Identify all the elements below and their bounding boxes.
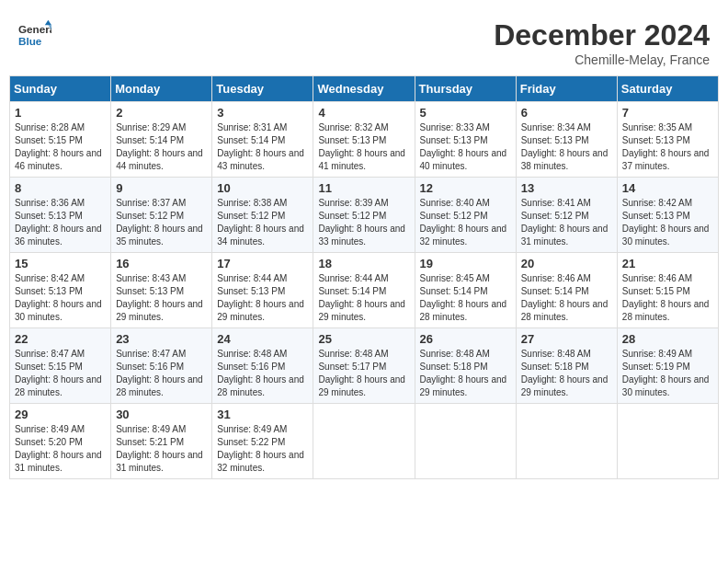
day-number: 13 [521,181,612,195]
day-number: 21 [622,257,713,270]
calendar-cell [617,404,718,479]
calendar-week-row: 8Sunrise: 8:36 AMSunset: 5:13 PMDaylight… [10,178,719,253]
calendar-cell: 9Sunrise: 8:37 AMSunset: 5:12 PMDaylight… [111,178,212,253]
calendar-cell: 16Sunrise: 8:43 AMSunset: 5:13 PMDayligh… [111,253,212,328]
day-number: 25 [318,332,409,346]
cell-info: Sunrise: 8:48 AMSunset: 5:16 PMDaylight:… [217,348,308,399]
calendar-cell: 24Sunrise: 8:48 AMSunset: 5:16 PMDayligh… [212,328,313,404]
calendar-week-row: 1Sunrise: 8:28 AMSunset: 5:15 PMDaylight… [10,102,719,178]
weekday-header-sunday: Sunday [10,76,111,102]
cell-info: Sunrise: 8:45 AMSunset: 5:14 PMDaylight:… [420,272,511,324]
day-number: 11 [318,181,409,195]
svg-text:Blue: Blue [18,35,42,47]
month-year-title: December 2024 [494,18,710,52]
day-number: 17 [217,257,308,270]
day-number: 15 [15,257,106,270]
page-header: General Blue December 2024 Chemille-Mela… [9,9,719,72]
day-number: 5 [420,106,511,120]
cell-info: Sunrise: 8:43 AMSunset: 5:13 PMDaylight:… [116,272,207,324]
day-number: 26 [420,332,511,346]
day-number: 16 [116,257,207,270]
calendar-cell: 21Sunrise: 8:46 AMSunset: 5:15 PMDayligh… [617,253,718,328]
cell-info: Sunrise: 8:47 AMSunset: 5:15 PMDaylight:… [15,348,106,399]
weekday-header-tuesday: Tuesday [212,76,313,102]
day-number: 29 [15,408,106,421]
calendar-cell: 17Sunrise: 8:44 AMSunset: 5:13 PMDayligh… [212,253,313,328]
day-number: 30 [116,408,207,421]
cell-info: Sunrise: 8:38 AMSunset: 5:12 PMDaylight:… [217,197,308,248]
title-block: December 2024 Chemille-Melay, France [494,18,710,67]
day-number: 12 [420,181,511,195]
cell-info: Sunrise: 8:48 AMSunset: 5:18 PMDaylight:… [420,348,511,399]
calendar-cell [415,404,516,479]
weekday-header-thursday: Thursday [415,76,516,102]
calendar-cell: 4Sunrise: 8:32 AMSunset: 5:13 PMDaylight… [313,102,415,178]
calendar-cell: 26Sunrise: 8:48 AMSunset: 5:18 PMDayligh… [415,328,516,404]
day-number: 27 [521,332,612,346]
cell-info: Sunrise: 8:46 AMSunset: 5:15 PMDaylight:… [622,272,713,324]
cell-info: Sunrise: 8:42 AMSunset: 5:13 PMDaylight:… [622,197,713,248]
calendar-cell: 31Sunrise: 8:49 AMSunset: 5:22 PMDayligh… [212,404,313,479]
logo-icon: General Blue [18,18,51,52]
calendar-cell: 25Sunrise: 8:48 AMSunset: 5:17 PMDayligh… [313,328,415,404]
calendar-cell: 27Sunrise: 8:48 AMSunset: 5:18 PMDayligh… [516,328,617,404]
day-number: 9 [116,181,207,195]
day-number: 20 [521,257,612,270]
calendar-cell: 22Sunrise: 8:47 AMSunset: 5:15 PMDayligh… [10,328,111,404]
calendar-cell: 19Sunrise: 8:45 AMSunset: 5:14 PMDayligh… [415,253,516,328]
calendar-cell: 28Sunrise: 8:49 AMSunset: 5:19 PMDayligh… [617,328,718,404]
day-number: 2 [116,106,207,120]
calendar-cell: 14Sunrise: 8:42 AMSunset: 5:13 PMDayligh… [617,178,718,253]
day-number: 3 [217,106,308,120]
calendar-body: 1Sunrise: 8:28 AMSunset: 5:15 PMDaylight… [10,102,719,479]
calendar-cell: 29Sunrise: 8:49 AMSunset: 5:20 PMDayligh… [10,404,111,479]
cell-info: Sunrise: 8:36 AMSunset: 5:13 PMDaylight:… [15,197,106,248]
day-number: 1 [15,106,106,120]
calendar-cell: 3Sunrise: 8:31 AMSunset: 5:14 PMDaylight… [212,102,313,178]
cell-info: Sunrise: 8:39 AMSunset: 5:12 PMDaylight:… [318,197,409,248]
calendar-cell: 6Sunrise: 8:34 AMSunset: 5:13 PMDaylight… [516,102,617,178]
day-number: 24 [217,332,308,346]
calendar-cell: 12Sunrise: 8:40 AMSunset: 5:12 PMDayligh… [415,178,516,253]
day-number: 28 [622,332,713,346]
cell-info: Sunrise: 8:31 AMSunset: 5:14 PMDaylight:… [217,121,308,173]
cell-info: Sunrise: 8:48 AMSunset: 5:18 PMDaylight:… [521,348,612,399]
cell-info: Sunrise: 8:49 AMSunset: 5:20 PMDaylight:… [15,423,106,475]
cell-info: Sunrise: 8:42 AMSunset: 5:13 PMDaylight:… [15,272,106,324]
cell-info: Sunrise: 8:44 AMSunset: 5:13 PMDaylight:… [217,272,308,324]
location-subtitle: Chemille-Melay, France [494,52,710,67]
cell-info: Sunrise: 8:49 AMSunset: 5:21 PMDaylight:… [116,423,207,475]
weekday-header-monday: Monday [111,76,212,102]
calendar-cell: 11Sunrise: 8:39 AMSunset: 5:12 PMDayligh… [313,178,415,253]
cell-info: Sunrise: 8:47 AMSunset: 5:16 PMDaylight:… [116,348,207,399]
calendar-cell [516,404,617,479]
day-number: 31 [217,408,308,421]
cell-info: Sunrise: 8:33 AMSunset: 5:13 PMDaylight:… [420,121,511,173]
day-number: 10 [217,181,308,195]
day-number: 14 [622,181,713,195]
cell-info: Sunrise: 8:41 AMSunset: 5:12 PMDaylight:… [521,197,612,248]
cell-info: Sunrise: 8:34 AMSunset: 5:13 PMDaylight:… [521,121,612,173]
cell-info: Sunrise: 8:46 AMSunset: 5:14 PMDaylight:… [521,272,612,324]
cell-info: Sunrise: 8:49 AMSunset: 5:19 PMDaylight:… [622,348,713,399]
calendar-cell: 1Sunrise: 8:28 AMSunset: 5:15 PMDaylight… [10,102,111,178]
calendar-week-row: 15Sunrise: 8:42 AMSunset: 5:13 PMDayligh… [10,253,719,328]
calendar-week-row: 22Sunrise: 8:47 AMSunset: 5:15 PMDayligh… [10,328,719,404]
cell-info: Sunrise: 8:49 AMSunset: 5:22 PMDaylight:… [217,423,308,475]
cell-info: Sunrise: 8:28 AMSunset: 5:15 PMDaylight:… [15,121,106,173]
calendar-cell: 8Sunrise: 8:36 AMSunset: 5:13 PMDaylight… [10,178,111,253]
day-number: 7 [622,106,713,120]
calendar-cell: 5Sunrise: 8:33 AMSunset: 5:13 PMDaylight… [415,102,516,178]
cell-info: Sunrise: 8:48 AMSunset: 5:17 PMDaylight:… [318,348,409,399]
calendar-header-row: SundayMondayTuesdayWednesdayThursdayFrid… [10,76,719,102]
cell-info: Sunrise: 8:44 AMSunset: 5:14 PMDaylight:… [318,272,409,324]
calendar-week-row: 29Sunrise: 8:49 AMSunset: 5:20 PMDayligh… [10,404,719,479]
calendar-table: SundayMondayTuesdayWednesdayThursdayFrid… [9,75,719,479]
day-number: 18 [318,257,409,270]
calendar-cell: 13Sunrise: 8:41 AMSunset: 5:12 PMDayligh… [516,178,617,253]
calendar-cell [313,404,415,479]
weekday-header-saturday: Saturday [617,76,718,102]
day-number: 8 [15,181,106,195]
day-number: 23 [116,332,207,346]
logo: General Blue [18,18,51,52]
